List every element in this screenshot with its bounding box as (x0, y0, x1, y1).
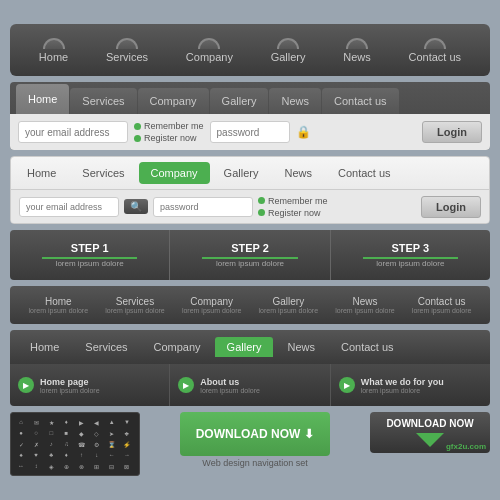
nav4-news[interactable]: News lorem ipsum dolore (335, 296, 395, 314)
nav3-tab-company[interactable]: Company (139, 162, 210, 184)
email-input[interactable] (18, 121, 128, 143)
icon-cell[interactable]: ⌛ (106, 439, 118, 449)
password-input[interactable] (210, 121, 290, 143)
nav1-gallery[interactable]: Gallery (271, 38, 306, 63)
icon-cell[interactable]: ◆ (76, 428, 88, 438)
icon-cell[interactable]: ← (106, 450, 118, 460)
nav3-login-button[interactable]: Login (421, 196, 481, 218)
icon-cell[interactable]: ⊗ (76, 461, 88, 471)
step-3-title: STEP 3 (391, 242, 429, 254)
step-3-sub: lorem ipsum dolore (376, 259, 444, 268)
nav3-remember-check[interactable]: Remember me (258, 196, 328, 206)
icon-cell[interactable]: ❖ (121, 428, 133, 438)
nav4-company[interactable]: Company lorem ipsum dolore (182, 296, 242, 314)
nav5-company[interactable]: Company (142, 337, 213, 357)
nav1-home[interactable]: Home (39, 38, 68, 63)
icon-cell[interactable]: ⚙ (91, 439, 103, 449)
nav1-company-label: Company (186, 51, 233, 63)
download-dark-button[interactable]: DOWNLOAD NOW gfx2u.com (370, 412, 490, 453)
icon-cell[interactable]: ☎ (76, 439, 88, 449)
icon-cell[interactable]: ◇ (91, 428, 103, 438)
navbar-5-group: Home Services Company Gallery News Conta… (10, 330, 490, 406)
nav4-services[interactable]: Services lorem ipsum dolore (105, 296, 165, 314)
nav2-tab-services[interactable]: Services (70, 88, 136, 114)
login-button[interactable]: Login (422, 121, 482, 143)
step-2[interactable]: STEP 2 lorem ipsum dolore (170, 230, 330, 280)
step-1[interactable]: STEP 1 lorem ipsum dolore (10, 230, 170, 280)
icon-cell[interactable]: ♦ (60, 417, 72, 427)
icon-cell[interactable]: ○ (30, 428, 42, 438)
nav3-tab-news[interactable]: News (272, 162, 324, 184)
nav3-register-check[interactable]: Register now (258, 208, 328, 218)
nav1-contact[interactable]: Contact us (409, 38, 462, 63)
nav4-home[interactable]: Home lorem ipsum dolore (29, 296, 89, 314)
arch-icon (198, 38, 220, 49)
steps-bar: STEP 1 lorem ipsum dolore STEP 2 lorem i… (10, 230, 490, 280)
nav2-tab-contact[interactable]: Contact us (322, 88, 399, 114)
nav1-news-label: News (343, 51, 371, 63)
nav4-gallery[interactable]: Gallery lorem ipsum dolore (259, 296, 319, 314)
nav5-gallery[interactable]: Gallery (215, 337, 274, 357)
icon-cell[interactable]: ▼ (121, 417, 133, 427)
nav1-company[interactable]: Company (186, 38, 233, 63)
remember-me-check[interactable]: Remember me (134, 121, 204, 131)
step-3[interactable]: STEP 3 lorem ipsum dolore (331, 230, 490, 280)
icon-cell[interactable]: ➤ (106, 428, 118, 438)
register-check[interactable]: Register now (134, 133, 204, 143)
nav2-tab-company[interactable]: Company (138, 88, 209, 114)
icon-cell[interactable]: ↔ (15, 461, 27, 471)
nav3-tab-contact[interactable]: Contact us (326, 162, 403, 184)
nav1-news[interactable]: News (343, 38, 371, 63)
icon-cell[interactable]: ● (15, 428, 27, 438)
bottom-row: ⌂✉★♦▶◀▲▼●○□■◆◇➤❖✓✗♪♫☎⚙⌛⚡♠♥♣♦↑↓←→↔↕◈⊕⊗⊞⊟⊠… (10, 412, 490, 476)
icon-cell[interactable]: ♦ (60, 450, 72, 460)
subnav-home[interactable]: ▶ Home page lorem ipsum dolore (10, 364, 170, 406)
icon-cell[interactable]: ↑ (76, 450, 88, 460)
icon-cell[interactable]: ⊕ (60, 461, 72, 471)
icon-cell[interactable]: ↕ (30, 461, 42, 471)
subnav-whatwedo[interactable]: ▶ What we do for you lorem ipsum dolore (331, 364, 490, 406)
search-button[interactable]: 🔍 (124, 199, 148, 214)
icon-cell[interactable]: ♠ (15, 450, 27, 460)
nav2-tab-home[interactable]: Home (16, 84, 69, 114)
icon-cell[interactable]: ♣ (45, 450, 57, 460)
icon-cell[interactable]: ⌂ (15, 417, 27, 427)
nav5-home[interactable]: Home (18, 337, 71, 357)
arrow-icon: ▶ (178, 377, 194, 393)
icon-cell[interactable]: ⊠ (121, 461, 133, 471)
icon-cell[interactable]: ♥ (30, 450, 42, 460)
nav2-tab-gallery[interactable]: Gallery (210, 88, 269, 114)
download-green-button[interactable]: DOWNLOAD NOW ⬇ (180, 412, 331, 456)
icon-cell[interactable]: ★ (45, 417, 57, 427)
nav3-tab-home[interactable]: Home (15, 162, 68, 184)
subnav-whatwedo-text: What we do for you lorem ipsum dolore (361, 377, 444, 394)
icon-cell[interactable]: ✗ (30, 439, 42, 449)
nav5-services[interactable]: Services (73, 337, 139, 357)
icon-cell[interactable]: ⊟ (106, 461, 118, 471)
icon-cell[interactable]: ⊞ (91, 461, 103, 471)
icon-cell[interactable]: ⚡ (121, 439, 133, 449)
nav3-email-input[interactable] (19, 197, 119, 217)
icon-cell[interactable]: ↓ (91, 450, 103, 460)
icon-cell[interactable]: ♪ (45, 439, 57, 449)
icon-cell[interactable]: → (121, 450, 133, 460)
icon-cell[interactable]: ▶ (76, 417, 88, 427)
nav2-tab-news[interactable]: News (269, 88, 321, 114)
icon-cell[interactable]: □ (45, 428, 57, 438)
nav5-news[interactable]: News (275, 337, 327, 357)
nav3-tab-gallery[interactable]: Gallery (212, 162, 271, 184)
nav3-password-input[interactable] (153, 197, 253, 217)
nav1-services[interactable]: Services (106, 38, 148, 63)
icon-cell[interactable]: ◀ (91, 417, 103, 427)
subnav-about[interactable]: ▶ About us lorem ipsum dolore (170, 364, 330, 406)
step-1-sub: lorem ipsum dolore (56, 259, 124, 268)
icon-cell[interactable]: ✉ (30, 417, 42, 427)
nav4-contact[interactable]: Contact us lorem ipsum dolore (412, 296, 472, 314)
nav3-tab-services[interactable]: Services (70, 162, 136, 184)
icon-cell[interactable]: ♫ (60, 439, 72, 449)
nav5-contact[interactable]: Contact us (329, 337, 406, 357)
icon-cell[interactable]: ▲ (106, 417, 118, 427)
icon-cell[interactable]: ◈ (45, 461, 57, 471)
icon-cell[interactable]: ■ (60, 428, 72, 438)
icon-cell[interactable]: ✓ (15, 439, 27, 449)
